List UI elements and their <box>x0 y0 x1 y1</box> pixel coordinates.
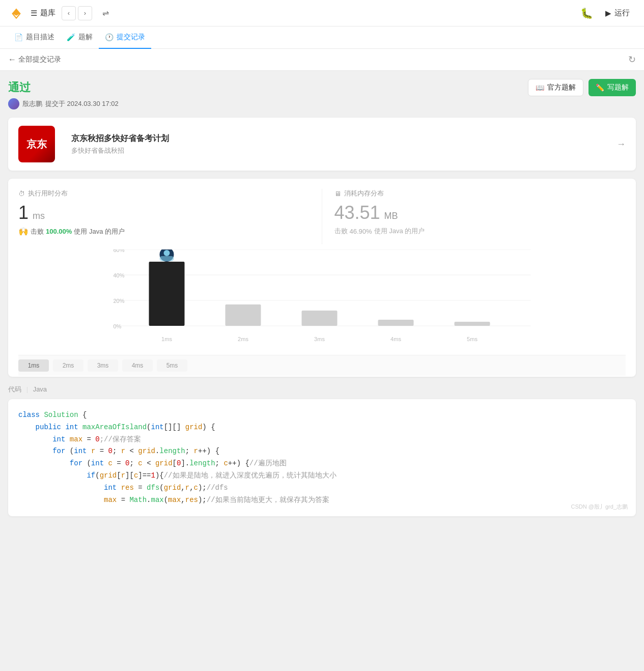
main-content: 通过 📖 官方题解 ✏️ 写题解 殷志鹏 提交于 2024.03.30 17:0… <box>0 71 644 670</box>
code-block: class Solution { public int maxAreaOfIsl… <box>8 399 636 516</box>
code-line-2: public int maxAreaOfIsland(int[][] grid)… <box>18 422 626 434</box>
official-solution-button[interactable]: 📖 官方题解 <box>528 79 583 96</box>
ad-title: 京东秋招多快好省备考计划 <box>71 133 169 144</box>
logo[interactable] <box>8 5 24 21</box>
write-solution-label: 写题解 <box>607 83 629 92</box>
book-icon: 📖 <box>536 83 544 92</box>
submission-header: ← 全部提交记录 ↻ <box>0 49 644 71</box>
chart-tabs: 1ms 2ms 3ms 4ms 5ms <box>18 355 626 376</box>
performance-card: ⏱ 执行用时分布 1 ms 🙌 击败 100.00% 使用 Java 的用户 🖥 <box>8 179 636 377</box>
time-value: 1 <box>18 202 29 223</box>
chart-tab-2ms[interactable]: 2ms <box>53 359 83 372</box>
time-unit: ms <box>33 211 45 221</box>
ad-logo: 京东 <box>18 126 55 162</box>
svg-text:4ms: 4ms <box>390 336 401 342</box>
svg-text:3ms: 3ms <box>314 336 325 342</box>
back-arrow-icon: ← <box>8 55 16 64</box>
memory-unit: MB <box>384 211 398 221</box>
next-problem-button[interactable]: › <box>78 6 92 20</box>
time-beat-pct: 100.00% <box>46 228 72 235</box>
code-section: 代码 | Java class Solution { public int ma… <box>8 385 636 516</box>
time-value-row: 1 ms <box>18 202 310 223</box>
watermark: CSDN @殷丿grd_志鹏 <box>571 502 628 512</box>
svg-rect-19 <box>455 322 490 326</box>
submitter-row: 殷志鹏 提交于 2024.03.30 17:02 <box>8 98 636 109</box>
description-icon: 📄 <box>14 33 23 41</box>
svg-text:1ms: 1ms <box>161 336 172 342</box>
solution-icon: 🧪 <box>67 33 75 41</box>
top-nav: ☰ 题库 ‹ › ⇌ 🐛 ▶ 运行 <box>0 0 644 26</box>
svg-text:0%: 0% <box>114 323 122 329</box>
svg-point-11 <box>164 250 170 256</box>
submitter-name: 殷志鹏 <box>22 99 42 108</box>
tab-description[interactable]: 📄 题目描述 <box>8 26 61 49</box>
svg-rect-8 <box>149 262 185 326</box>
time-beat: 🙌 击败 100.00% 使用 Java 的用户 <box>18 227 310 236</box>
status-row: 通过 📖 官方题解 ✏️ 写题解 <box>8 79 636 96</box>
run-label: 运行 <box>614 8 630 18</box>
memory-label: 🖥 消耗内存分布 <box>334 189 626 198</box>
memory-value-row: 43.51 MB <box>334 202 626 223</box>
svg-text:60%: 60% <box>114 249 125 253</box>
svg-text:40%: 40% <box>114 272 125 278</box>
tab-submissions-label: 提交记录 <box>117 33 145 42</box>
hands-icon: 🙌 <box>18 227 29 236</box>
official-solution-label: 官方题解 <box>547 83 576 92</box>
code-line-3: int max = 0;//保存答案 <box>18 434 626 446</box>
problem-bank-nav[interactable]: ☰ 题库 <box>31 8 55 18</box>
svg-rect-12 <box>160 256 174 261</box>
ad-content: 京东秋招多快好省备考计划 多快好省备战秋招 <box>71 133 169 155</box>
code-line-7: int res = dfs(grid,r,c);//dfs <box>18 482 626 494</box>
ad-arrow-icon: → <box>617 139 626 150</box>
status-section: 通过 📖 官方题解 ✏️ 写题解 殷志鹏 提交于 2024.03.30 17:0… <box>8 79 636 109</box>
svg-text:20%: 20% <box>114 298 125 304</box>
memory-section: 🖥 消耗内存分布 43.51 MB 击败 46.90% 使用 Java 的用户 <box>322 189 626 244</box>
play-icon: ▶ <box>605 9 611 18</box>
submissions-icon: 🕐 <box>105 33 114 41</box>
chart-tab-1ms[interactable]: 1ms <box>18 359 49 372</box>
tab-solution-label: 题解 <box>78 33 93 42</box>
svg-text:5ms: 5ms <box>467 336 478 342</box>
tab-bar: 📄 题目描述 🧪 题解 🕐 提交记录 <box>0 26 644 49</box>
tab-solution[interactable]: 🧪 题解 <box>61 26 99 49</box>
memory-icon: 🖥 <box>334 190 341 198</box>
svg-rect-13 <box>226 304 261 326</box>
memory-beat-pct: 46.90% <box>350 228 372 235</box>
nav-right: 🐛 ▶ 运行 <box>580 5 636 21</box>
svg-rect-17 <box>378 320 414 326</box>
svg-text:2ms: 2ms <box>238 336 248 342</box>
memory-value: 43.51 <box>334 202 380 223</box>
chart-tab-5ms[interactable]: 5ms <box>157 359 187 372</box>
code-line-8: max = Math.max(max,res);//如果当前陆地更大，就保存其为… <box>18 494 626 507</box>
debug-icon[interactable]: 🐛 <box>580 7 593 19</box>
status-actions: 📖 官方题解 ✏️ 写题解 <box>528 79 636 96</box>
code-line-1: class Solution { <box>18 409 626 422</box>
code-line-6: if(grid[r][c]==1){//如果是陆地，就进入深度优先遍历，统计其陆… <box>18 470 626 482</box>
code-line-5: for (int c = 0; c < grid[0].length; c++)… <box>18 458 626 470</box>
time-section: ⏱ 执行用时分布 1 ms 🙌 击败 100.00% 使用 Java 的用户 <box>18 189 322 244</box>
shuffle-button[interactable]: ⇌ <box>98 6 113 20</box>
run-button[interactable]: ▶ 运行 <box>599 5 636 21</box>
code-line-4: for (int r = 0; r < grid.length; r++) { <box>18 445 626 458</box>
refresh-button[interactable]: ↻ <box>628 54 636 65</box>
tab-description-label: 题目描述 <box>26 33 54 42</box>
prev-problem-button[interactable]: ‹ <box>62 6 76 20</box>
chart-tab-4ms[interactable]: 4ms <box>122 359 153 372</box>
back-button[interactable]: ← 全部提交记录 <box>8 55 61 64</box>
tab-submissions[interactable]: 🕐 提交记录 <box>99 26 151 49</box>
nav-left: ☰ 题库 ‹ › ⇌ <box>8 5 113 21</box>
ad-subtitle: 多快好省备战秋招 <box>71 146 169 155</box>
memory-beat: 击败 46.90% 使用 Java 的用户 <box>334 227 626 236</box>
write-solution-button[interactable]: ✏️ 写题解 <box>589 79 636 96</box>
time-label: ⏱ 执行用时分布 <box>18 189 310 198</box>
ad-banner[interactable]: 京东 京东秋招多快好省备考计划 多快好省备战秋招 → <box>8 118 636 171</box>
clock-icon: ⏱ <box>18 190 25 198</box>
code-label: 代码 | Java <box>8 385 636 394</box>
nav-arrows: ‹ › <box>62 6 92 20</box>
chart-tab-3ms[interactable]: 3ms <box>88 359 118 372</box>
problem-bank-label: 题库 <box>40 8 55 18</box>
svg-rect-15 <box>302 311 338 326</box>
avatar <box>8 98 19 109</box>
avatar-image <box>8 98 19 109</box>
edit-icon: ✏️ <box>596 83 604 92</box>
